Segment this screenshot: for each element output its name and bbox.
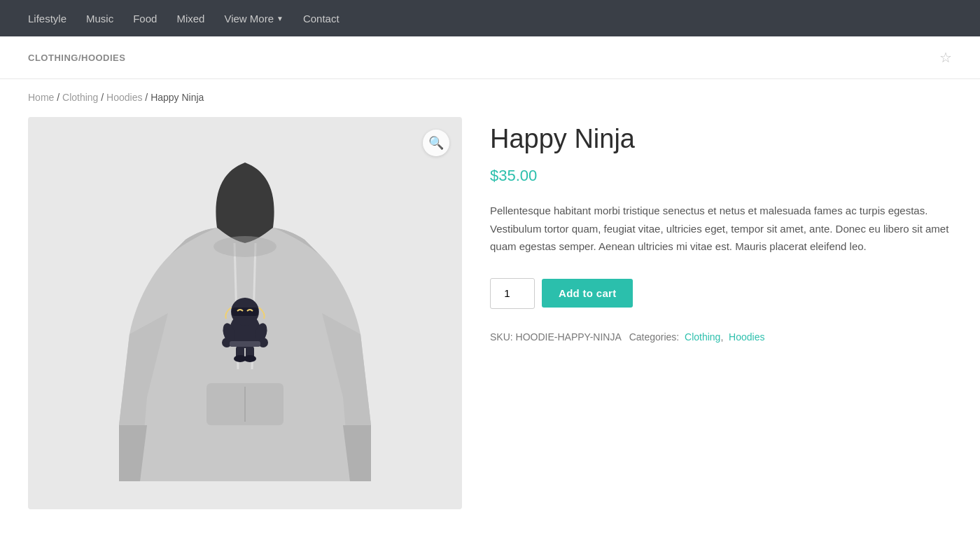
- category-clothing-link[interactable]: Clothing: [685, 331, 720, 343]
- section-title: CLOTHING/HOODIES: [28, 53, 125, 63]
- nav-item-lifestyle[interactable]: Lifestyle: [28, 13, 66, 25]
- product-image-wrapper: 🔍: [28, 117, 462, 509]
- nav-item-contact[interactable]: Contact: [303, 13, 340, 25]
- breadcrumb-hoodies[interactable]: Hoodies: [106, 92, 142, 103]
- svg-rect-16: [230, 341, 260, 347]
- sku-label: SKU:: [490, 331, 513, 343]
- product-container: 🔍: [0, 110, 980, 537]
- add-to-cart-row: Add to cart: [490, 278, 952, 309]
- breadcrumb-home[interactable]: Home: [28, 92, 54, 103]
- svg-rect-7: [232, 308, 258, 316]
- nav-item-view-more[interactable]: View More▼: [224, 13, 284, 25]
- product-details: Happy Ninja $35.00 Pellentesque habitant…: [490, 117, 952, 509]
- breadcrumb: Home / Clothing / Hoodies / Happy Ninja: [0, 79, 980, 110]
- product-description: Pellentesque habitant morbi tristique se…: [490, 202, 952, 256]
- breadcrumb-current: Happy Ninja: [150, 92, 204, 103]
- product-title: Happy Ninja: [490, 124, 952, 154]
- breadcrumb-bar: CLOTHING/HOODIES ☆: [0, 36, 980, 79]
- zoom-button[interactable]: 🔍: [423, 130, 449, 156]
- nav-item-mixed[interactable]: Mixed: [176, 13, 204, 25]
- add-to-cart-button[interactable]: Add to cart: [542, 279, 633, 308]
- nav-bar: LifestyleMusicFoodMixedView More▼Contact: [0, 0, 980, 36]
- nav-item-music[interactable]: Music: [86, 13, 113, 25]
- breadcrumb-clothing[interactable]: Clothing: [62, 92, 98, 103]
- dropdown-caret: ▼: [276, 15, 284, 22]
- quantity-input[interactable]: [490, 278, 535, 309]
- product-price: $35.00: [490, 167, 952, 185]
- product-meta: SKU: HOODIE-HAPPY-NINJA Categories: Clot…: [490, 331, 952, 343]
- svg-point-2: [214, 236, 276, 257]
- svg-point-15: [244, 355, 256, 362]
- product-image: [98, 131, 392, 495]
- category-hoodies-link[interactable]: Hoodies: [729, 331, 764, 343]
- sku-value: HOODIE-HAPPY-NINJA: [516, 331, 621, 343]
- categories-label: Categories:: [629, 331, 680, 343]
- favorite-icon[interactable]: ☆: [939, 49, 952, 66]
- nav-item-food[interactable]: Food: [133, 13, 157, 25]
